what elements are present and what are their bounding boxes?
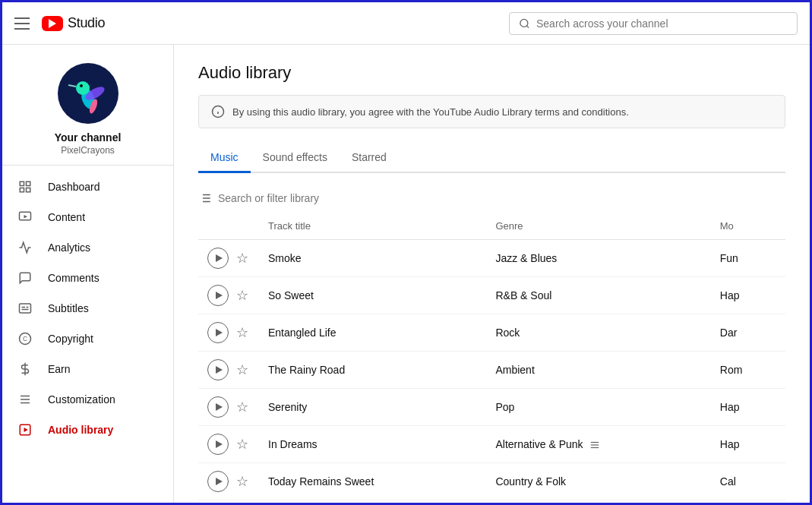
svg-point-0 (520, 19, 528, 27)
track-mood: Cal (711, 463, 785, 500)
row-controls: ☆ (198, 500, 259, 503)
star-button[interactable]: ☆ (235, 362, 250, 377)
subtitles-label: Subtitles (48, 302, 89, 314)
play-button[interactable] (207, 248, 229, 269)
track-mood: Fun (711, 240, 785, 277)
dashboard-label: Dashboard (48, 181, 100, 193)
table-header-row: Track title Genre Mo (198, 214, 785, 240)
sidebar-item-content[interactable]: Content (2, 202, 173, 232)
channel-info: Your channel PixelCrayons (2, 51, 173, 166)
info-banner: By using this audio library, you agree w… (198, 95, 785, 128)
svg-point-8 (80, 84, 83, 87)
analytics-label: Analytics (48, 241, 90, 254)
track-title: Entangled Life (259, 314, 486, 352)
track-genre: Ambient (486, 352, 710, 389)
play-button[interactable] (207, 285, 229, 306)
track-mood: Dar (711, 314, 785, 352)
youtube-icon (42, 16, 63, 31)
channel-name: Your channel (55, 131, 122, 144)
sidebar-item-comments[interactable]: Comments (2, 263, 173, 293)
earn-icon (17, 361, 33, 377)
track-genre: Cinematic (486, 500, 710, 503)
tab-sound-effects[interactable]: Sound effects (251, 144, 340, 173)
sidebar-item-analytics[interactable]: Analytics (2, 232, 173, 263)
star-button[interactable]: ☆ (235, 325, 250, 340)
track-mood: Hap (711, 389, 785, 426)
svg-rect-10 (27, 181, 30, 185)
play-button[interactable] (207, 434, 229, 455)
track-genre: Jazz & Blues (486, 240, 710, 277)
track-controls: ☆ (207, 248, 250, 269)
table-row: ☆ So SweetR&B & SoulHap (198, 277, 785, 314)
sidebar-item-customization[interactable]: Customization (2, 384, 173, 415)
avatar (58, 63, 118, 124)
row-controls: ☆ (198, 314, 259, 352)
svg-rect-15 (20, 304, 31, 313)
header: Studio (2, 2, 810, 45)
track-genre: Country & Folk (486, 463, 710, 500)
sidebar-item-earn[interactable]: Earn (2, 354, 173, 384)
comments-label: Comments (48, 272, 100, 284)
track-title: Today Remains Sweet (259, 463, 486, 500)
track-genre: R&B & Soul (486, 277, 710, 314)
page-title: Audio library (198, 63, 785, 83)
row-controls: ☆ (198, 240, 259, 277)
sidebar-item-subtitles[interactable]: Subtitles (2, 293, 173, 324)
track-mood: Hap (711, 426, 785, 463)
play-button[interactable] (207, 471, 229, 492)
header-left: Studio (14, 15, 105, 31)
row-controls: ☆ (198, 463, 259, 500)
track-controls: ☆ (207, 396, 250, 418)
track-mood: Rom (711, 352, 785, 389)
search-input[interactable] (536, 17, 788, 30)
search-icon (519, 17, 530, 30)
play-button[interactable] (207, 322, 229, 343)
tab-music[interactable]: Music (198, 144, 251, 173)
table-row: ☆ Today Remains SweetCountry & FolkCal (198, 463, 785, 500)
track-title: So Sweet (259, 277, 486, 314)
table-row: ☆ Urban InterferenceCinematicDra (198, 500, 785, 503)
col-header-mood: Mo (711, 214, 785, 240)
sidebar-item-copyright[interactable]: C Copyright (2, 324, 173, 354)
audio-library-icon (17, 422, 33, 437)
menu-button[interactable] (14, 17, 30, 30)
filter-icon (198, 191, 212, 205)
star-button[interactable]: ☆ (235, 251, 250, 266)
track-mood: Dra (711, 500, 785, 503)
svg-text:C: C (23, 336, 27, 342)
track-genre: Alternative & Punk (486, 426, 710, 463)
play-button[interactable] (207, 359, 229, 380)
more-icon (589, 440, 600, 450)
svg-marker-14 (24, 215, 28, 219)
track-genre: Rock (486, 314, 710, 352)
tab-starred[interactable]: Starred (340, 144, 399, 173)
row-controls: ☆ (198, 352, 259, 389)
table-row: ☆ The Rainy RoadAmbientRom (198, 352, 785, 389)
row-controls: ☆ (198, 389, 259, 426)
analytics-icon (17, 240, 33, 255)
search-box[interactable] (509, 12, 798, 35)
table-row: ☆ SmokeJazz & BluesFun (198, 240, 785, 277)
row-controls: ☆ (198, 426, 259, 463)
sidebar-item-dashboard[interactable]: Dashboard (2, 172, 173, 202)
star-button[interactable]: ☆ (235, 474, 250, 489)
header-search (509, 12, 798, 35)
track-title: Urban Interference (259, 500, 486, 503)
star-button[interactable]: ☆ (235, 288, 250, 303)
filter-input[interactable] (218, 192, 785, 204)
star-button[interactable]: ☆ (235, 437, 250, 452)
content-icon (17, 210, 33, 225)
info-text: By using this audio library, you agree w… (232, 106, 629, 118)
track-table: Track title Genre Mo ☆ SmokeJazz & Blues… (198, 214, 785, 503)
copyright-icon: C (17, 331, 33, 346)
star-button[interactable]: ☆ (235, 399, 250, 415)
studio-label: Studio (68, 15, 105, 31)
track-controls: ☆ (207, 471, 250, 492)
content-area: Audio library By using this audio librar… (174, 45, 810, 503)
play-button[interactable] (207, 396, 229, 418)
subtitles-icon (17, 301, 33, 316)
dashboard-icon (17, 179, 33, 194)
sidebar-item-audio-library[interactable]: Audio library (2, 415, 173, 445)
svg-point-4 (76, 81, 90, 95)
track-controls: ☆ (207, 434, 250, 455)
